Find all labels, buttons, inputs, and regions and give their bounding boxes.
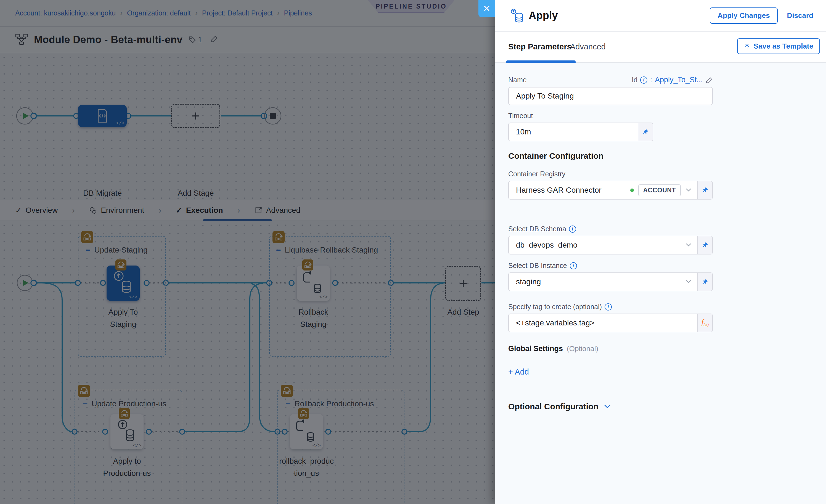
edit-id-icon[interactable]	[706, 76, 713, 84]
name-label: Name	[508, 76, 527, 84]
drawer-header: Apply Apply Changes Discard	[495, 0, 826, 32]
apply-step-icon	[511, 9, 524, 23]
registry-value[interactable]: Harness GAR Connector	[516, 186, 601, 195]
chevron-down-icon[interactable]	[685, 279, 692, 284]
db-instance-value: staging	[516, 277, 685, 286]
timeout-field[interactable]: 10m	[508, 123, 653, 141]
id-separator: :	[650, 76, 652, 84]
scope-badge: ACCOUNT	[638, 184, 681, 196]
info-icon[interactable]: i	[570, 262, 577, 269]
info-icon[interactable]: i	[640, 76, 647, 84]
active-tab-underline	[506, 60, 576, 63]
drawer-backdrop[interactable]	[0, 0, 495, 504]
apply-changes-button[interactable]: Apply Changes	[710, 7, 777, 24]
step-config-drawer: Apply Apply Changes Discard Step Paramet…	[495, 0, 826, 504]
container-registry-field[interactable]: Harness GAR Connector ACCOUNT	[508, 181, 713, 200]
expression-icon: f(x)	[702, 318, 709, 328]
tag-to-create-value[interactable]: <+stage.variables.tag>	[516, 319, 697, 327]
step-id-value[interactable]: Apply_To_St...	[655, 76, 703, 84]
pin-icon	[642, 129, 649, 135]
close-drawer-button[interactable]: ✕	[478, 0, 495, 17]
tab-advanced[interactable]: Advanced	[570, 42, 606, 51]
name-input[interactable]	[508, 87, 713, 105]
id-label: Id	[632, 76, 638, 84]
close-icon: ✕	[483, 3, 490, 14]
info-icon[interactable]: i	[605, 303, 612, 311]
drawer-tabs: Step Parameters Advanced Save as Templat…	[495, 32, 826, 63]
chevron-down-icon	[603, 404, 611, 409]
step-parameters-panel: Name Id i : Apply_To_St... Timeout 10m C…	[495, 63, 826, 504]
db-instance-select[interactable]: staging	[508, 272, 713, 291]
input-type-addon[interactable]	[697, 273, 712, 291]
pin-icon	[702, 187, 708, 193]
save-as-template-button[interactable]: Save as Template	[737, 38, 820, 54]
drawer-title: Apply	[529, 10, 710, 21]
discard-link[interactable]: Discard	[787, 11, 813, 20]
db-instance-label: Select DB Instancei	[508, 262, 826, 270]
add-global-setting-link[interactable]: + Add	[508, 367, 826, 376]
container-configuration-heading: Container Configuration	[508, 151, 826, 161]
db-schema-label: Select DB Schemai	[508, 225, 826, 233]
chevron-down-icon[interactable]	[685, 243, 692, 247]
input-type-addon[interactable]: f(x)	[697, 314, 712, 332]
input-type-addon[interactable]	[697, 236, 712, 254]
db-schema-select[interactable]: db_devops_demo	[508, 236, 713, 254]
optional-configuration-label: Optional Configuration	[508, 402, 598, 411]
db-schema-value: db_devops_demo	[516, 241, 685, 250]
chevron-down-icon[interactable]	[685, 188, 692, 192]
input-type-addon[interactable]	[638, 123, 653, 141]
input-type-addon[interactable]	[697, 181, 712, 199]
save-as-template-label: Save as Template	[754, 42, 813, 51]
upload-icon	[744, 43, 750, 50]
optional-hint: (Optional)	[567, 344, 598, 353]
tag-to-create-field[interactable]: <+stage.variables.tag> f(x)	[508, 314, 713, 332]
connector-status-dot	[630, 189, 634, 192]
timeout-label: Timeout	[508, 112, 826, 120]
timeout-value[interactable]: 10m	[516, 128, 638, 136]
global-settings-label: Global Settings	[508, 344, 563, 353]
pin-icon	[702, 242, 708, 248]
tab-step-parameters[interactable]: Step Parameters	[508, 42, 572, 51]
step-id-row: Id i : Apply_To_St...	[632, 76, 713, 84]
pin-icon	[702, 278, 708, 285]
optional-configuration-toggle[interactable]: Optional Configuration	[508, 402, 826, 411]
info-icon[interactable]: i	[569, 226, 576, 233]
container-registry-label: Container Registry	[508, 170, 826, 178]
tag-to-create-label: Specify tag to create (optional)i	[508, 303, 826, 311]
